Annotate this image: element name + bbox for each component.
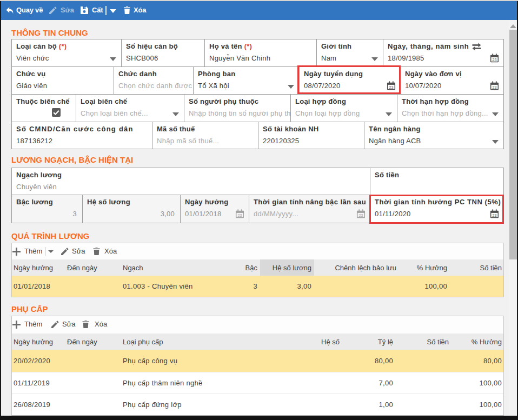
svg-text:23: 23	[238, 213, 242, 218]
svg-text:23: 23	[493, 57, 497, 62]
svg-text:23: 23	[359, 213, 363, 218]
svg-text:23: 23	[493, 85, 497, 90]
